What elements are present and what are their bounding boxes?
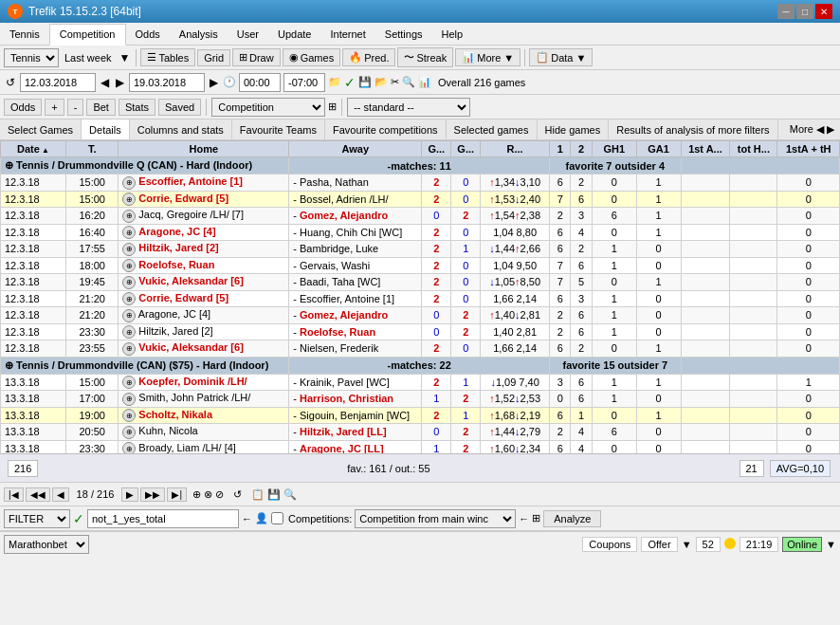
stats-button[interactable]: Stats [119,99,155,116]
cell-1: 6 [550,440,571,453]
time-from-input[interactable] [239,73,281,92]
minimize-button[interactable]: ─ [777,4,794,19]
cell-2: 2 [571,241,592,258]
date-to-nav[interactable]: ▶ [208,76,220,89]
menu-help[interactable]: Help [432,23,473,45]
date-from-input[interactable] [20,73,96,92]
nav-prev[interactable]: ◀ [52,487,69,502]
filter-type-select[interactable]: FILTER [4,509,70,528]
cell-home: ⊕ Corrie, Edward [5] [119,191,289,208]
streak-button[interactable]: 〜 Streak [397,47,453,67]
cell-2: 4 [571,224,592,241]
bet-button[interactable]: Bet [86,99,116,116]
cell-2: 1 [571,407,592,424]
expand-btn[interactable]: ⊕ [122,376,136,389]
cell-gh1: 0 [592,274,636,291]
filter-value-input[interactable] [87,509,239,528]
date-nav-left[interactable]: ◀ [99,76,111,89]
games-button[interactable]: ◉ Games [283,48,340,66]
online-dropdown[interactable]: ▼ [826,539,836,550]
bookmaker-select[interactable]: Marathonbet [4,535,89,554]
competitions-checkbox[interactable] [271,512,283,524]
analyze-button[interactable]: Analyze [543,510,601,527]
expand-btn[interactable]: ⊕ [122,342,136,356]
cell-time: 18:00 [66,257,119,274]
more-button[interactable]: 📊 More ▼ [455,48,520,66]
cell-date: 12.3.18 [1,224,66,241]
competition-select[interactable]: Competition [211,98,325,117]
expand-btn[interactable]: ⊕ [122,259,136,272]
plus-button[interactable]: + [45,99,64,116]
tab-favourite-teams[interactable]: Favourite Teams [232,119,325,139]
expand-btn[interactable]: ⊕ [122,292,136,305]
menu-update[interactable]: Update [268,23,320,45]
sport-select[interactable]: Tennis [4,48,59,67]
menu-competition[interactable]: Competition [49,24,126,46]
tab-results-analysis[interactable]: Results of analysis of more filters [609,119,777,139]
col-t[interactable]: T. [66,141,119,157]
menu-settings[interactable]: Settings [375,23,432,45]
expand-btn[interactable]: ⊕ [122,176,136,190]
expand-btn[interactable]: ⊕ [122,210,136,223]
nav-prev-far[interactable]: ◀◀ [26,487,50,502]
period-dropdown-arrow[interactable]: ▼ [118,51,133,64]
expand-btn[interactable]: ⊕ [122,276,136,289]
cell-home: ⊕ Aragone, JC [4] [119,224,289,241]
menu-odds[interactable]: Odds [126,23,170,45]
tab-hide-games[interactable]: Hide games [538,119,610,139]
nav-next[interactable]: ▶ [121,487,138,502]
data-button[interactable]: 📋 Data ▼ [529,48,593,66]
date-to-input[interactable] [129,73,205,92]
time-to-input[interactable] [283,73,325,92]
tab-favourite-comps[interactable]: Favourite competitions [325,119,447,139]
table-row: 13.3.18 20:50 ⊕ Kuhn, Nicola - Hiltzik, … [1,424,840,441]
close-button[interactable]: ✕ [815,4,832,19]
refresh-icon[interactable]: ↺ [4,76,17,89]
minus-button[interactable]: - [67,99,84,116]
col-away[interactable]: Away [289,141,422,157]
tables-button[interactable]: ☰ Tables [140,48,195,66]
grid-button[interactable]: Grid [197,49,230,66]
cell-time: 19:00 [66,407,119,424]
tab-more[interactable]: More ◀ ▶ [784,119,840,139]
expand-btn[interactable]: ⊕ [122,193,136,206]
cell-ga1: 1 [636,374,681,391]
nav-first[interactable]: |◀ [4,487,24,502]
expand-btn[interactable]: ⊕ [122,325,136,339]
draw-button[interactable]: ⊞ Draw [232,48,281,66]
cell-toth [730,407,777,424]
menu-user[interactable]: User [228,23,268,45]
offer-dropdown-arrow[interactable]: ▼ [682,539,692,550]
odds-button[interactable]: Odds [4,99,42,116]
expand-btn[interactable]: ⊕ [122,309,136,322]
tab-columns-stats[interactable]: Columns and stats [130,119,232,139]
tab-selected-games[interactable]: Selected games [447,119,538,139]
pred-button[interactable]: 🔥 Pred. [342,48,395,66]
expand-btn[interactable]: ⊕ [122,442,136,453]
date-nav-right[interactable]: ▶ [114,76,126,89]
avg-box: AVG=0,10 [770,460,831,477]
col-date[interactable]: Date [1,141,66,157]
expand-btn[interactable]: ⊕ [122,426,136,439]
menu-internet[interactable]: Internet [320,23,374,45]
cell-1: 6 [550,290,571,307]
maximize-button[interactable]: □ [796,4,813,19]
expand-btn[interactable]: ⊕ [122,393,136,406]
menu-tennis[interactable]: Tennis [0,23,49,45]
tab-select-games[interactable]: Select Games [0,119,82,139]
nav-next-far[interactable]: ▶▶ [140,487,165,502]
expand-btn[interactable]: ⊕ [122,243,136,256]
cell-toth [730,374,777,391]
nav-last[interactable]: ▶| [167,487,187,502]
tab-details[interactable]: Details [82,119,130,139]
nav-extra-icons: ⊕ ⊗ ⊘ [189,488,228,501]
cell-1: 7 [550,274,571,291]
menu-analysis[interactable]: Analysis [170,23,228,45]
saved-button[interactable]: Saved [158,99,201,116]
expand-btn[interactable]: ⊕ [122,409,136,422]
cell-date: 12.3.18 [1,175,66,192]
expand-btn[interactable]: ⊕ [122,226,136,239]
competitions-select[interactable]: Competition from main winc [355,509,516,528]
standard-select[interactable]: -- standard -- [347,98,470,117]
col-home[interactable]: Home [119,141,289,157]
